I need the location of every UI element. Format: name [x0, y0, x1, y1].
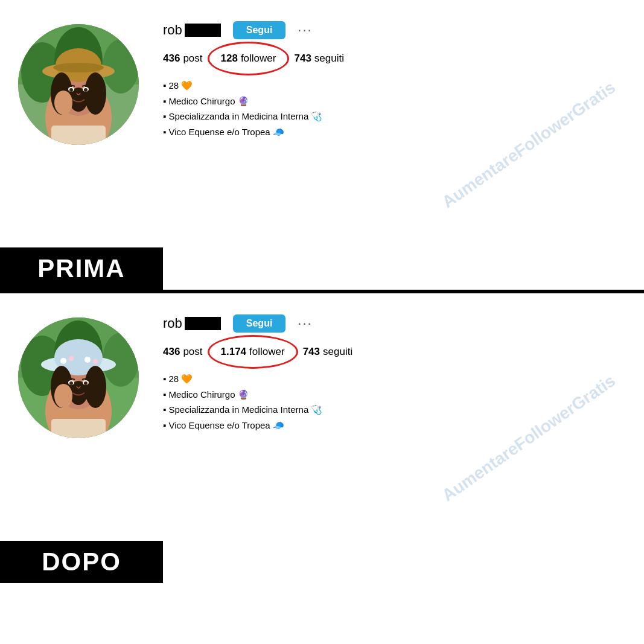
- dopo-bio-line-2: ▪ Medico Chirurgo 🔮: [163, 387, 626, 403]
- dopo-follower-stat: 1.174 follower: [221, 346, 285, 358]
- dopo-label-bar: DOPO: [0, 541, 163, 583]
- dopo-bio-line-1: ▪ 28 🧡: [163, 371, 626, 387]
- prima-bio-line-4: ▪ Vico Equense e/o Tropea 🧢: [163, 124, 626, 140]
- svg-point-32: [84, 357, 91, 363]
- dopo-more-button[interactable]: ···: [298, 316, 312, 331]
- dopo-panel: rob Segui ··· 436 post 1.174 follower 74…: [0, 293, 644, 583]
- svg-point-10: [53, 63, 104, 72]
- dopo-avatar: [18, 317, 139, 438]
- dopo-username: rob: [163, 316, 221, 331]
- prima-seguiti-count: 743: [294, 53, 311, 65]
- dopo-post-count: 436: [163, 346, 180, 358]
- prima-segui-button[interactable]: Segui: [233, 21, 286, 39]
- prima-stats-row: 436 post 128 follower 743 seguiti: [163, 53, 626, 65]
- dopo-bio-line-4: ▪ Vico Equense e/o Tropea 🧢: [163, 418, 626, 433]
- svg-point-35: [84, 366, 106, 408]
- svg-point-39: [69, 381, 73, 385]
- svg-point-16: [69, 88, 73, 92]
- svg-point-18: [54, 91, 72, 115]
- svg-point-30: [60, 358, 66, 364]
- dopo-bio-line-3: ▪ Specializzanda in Medicina Interna 🩺: [163, 402, 626, 418]
- dopo-header: rob Segui ···: [163, 314, 626, 333]
- dopo-label: DOPO: [42, 547, 121, 576]
- svg-rect-42: [51, 419, 106, 438]
- prima-post-count: 436: [163, 53, 180, 65]
- dopo-segui-button[interactable]: Segui: [233, 314, 286, 333]
- prima-follower-count: 128: [221, 53, 238, 65]
- dopo-profile-content: rob Segui ··· 436 post 1.174 follower 74…: [163, 311, 626, 433]
- prima-more-button[interactable]: ···: [298, 22, 312, 38]
- prima-username: rob: [163, 22, 221, 38]
- prima-follower-label: follower: [241, 53, 276, 65]
- prima-bio-line-3: ▪ Specializzanda in Medicina Interna 🩺: [163, 109, 626, 124]
- dopo-post-stat: 436 post: [163, 346, 203, 358]
- dopo-seguiti-count: 743: [303, 346, 320, 358]
- prima-seguiti-stat: 743 seguiti: [294, 53, 344, 65]
- dopo-post-label: post: [183, 346, 202, 358]
- prima-seguiti-label: seguiti: [314, 53, 344, 65]
- prima-follower-stat: 128 follower: [221, 53, 276, 65]
- prima-bio-line-2: ▪ Medico Chirurgo 🔮: [163, 94, 626, 109]
- prima-post-stat: 436 post: [163, 53, 203, 65]
- dopo-seguiti-stat: 743 seguiti: [303, 346, 353, 358]
- prima-username-redacted: [185, 24, 221, 37]
- svg-point-41: [54, 384, 72, 408]
- prima-label: PRIMA: [37, 254, 125, 283]
- svg-point-17: [84, 88, 88, 92]
- svg-point-40: [84, 381, 88, 385]
- prima-panel: rob Segui ··· 436 post 128 follower 743 …: [0, 0, 644, 290]
- svg-point-33: [93, 359, 98, 364]
- prima-bio: ▪ 28 🧡 ▪ Medico Chirurgo 🔮 ▪ Specializza…: [163, 78, 626, 139]
- prima-label-bar: PRIMA: [0, 247, 163, 290]
- prima-header: rob Segui ···: [163, 21, 626, 39]
- prima-post-label: post: [183, 53, 202, 65]
- dopo-follower-label: follower: [249, 346, 285, 358]
- prima-avatar: [18, 24, 139, 145]
- prima-profile-content: rob Segui ··· 436 post 128 follower 743 …: [163, 18, 626, 139]
- dopo-bio: ▪ 28 🧡 ▪ Medico Chirurgo 🔮 ▪ Specializza…: [163, 371, 626, 433]
- dopo-stats-row: 436 post 1.174 follower 743 seguiti: [163, 346, 626, 358]
- svg-rect-19: [51, 126, 106, 145]
- dopo-username-redacted: [185, 317, 221, 330]
- dopo-follower-count: 1.174: [221, 346, 247, 358]
- svg-point-31: [69, 356, 74, 361]
- svg-point-12: [84, 72, 106, 115]
- dopo-seguiti-label: seguiti: [323, 346, 352, 358]
- prima-bio-line-1: ▪ 28 🧡: [163, 78, 626, 94]
